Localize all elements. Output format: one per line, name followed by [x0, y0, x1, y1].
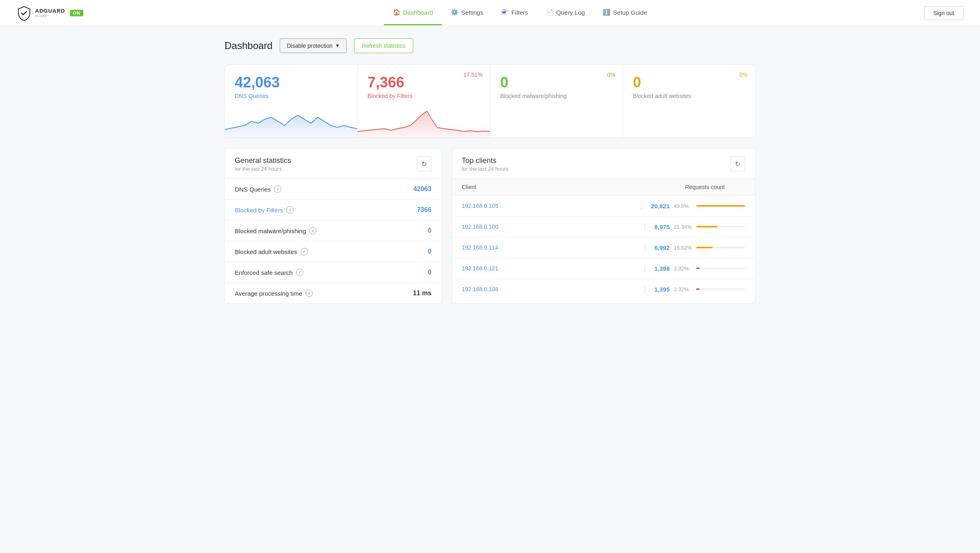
logo-sub: HOME — [35, 14, 65, 18]
top-clients-header: Top clients for the last 24 hours ↻ — [452, 148, 755, 179]
logo: ADGUARD HOME ON — [16, 5, 83, 21]
client-right-0: ⋮ 20,821 49.5% — [636, 201, 745, 210]
nav-settings[interactable]: ⚙️ Settings — [442, 0, 492, 25]
client-row-1: 192.168.0.100 ⋮ 8,975 21.34% — [452, 216, 755, 237]
general-stats-panel: General statistics for the last 24 hours… — [225, 148, 442, 304]
client-bar-0 — [696, 205, 745, 207]
dns-queries-label: DNS Queries — [235, 93, 347, 99]
stat-row-avg-processing-label: Average processing time i — [235, 290, 313, 297]
blocked-adult-percent: 0% — [739, 71, 748, 78]
blocked-malware-label: Blocked malware/phishing — [500, 93, 613, 99]
clients-list: 192.168.0.105 ⋮ 20,821 49.5% 19 — [452, 196, 755, 299]
stat-row-avg-processing-value: 11 ms — [413, 290, 431, 297]
client-menu-2[interactable]: ⋮ — [639, 243, 650, 252]
stat-card-blocked-malware: 0% 0 Blocked malware/phishing — [490, 65, 623, 138]
safe-search-help-icon[interactable]: i — [296, 269, 303, 276]
home-icon: 🏠 — [393, 9, 401, 16]
bottom-row: General statistics for the last 24 hours… — [225, 148, 755, 304]
blocked-filters-help-icon[interactable]: i — [286, 206, 294, 214]
stat-row-blocked-filters-label[interactable]: Blocked by Filters i — [235, 206, 294, 214]
stat-card-dns-queries: 42,063 DNS Queries — [225, 65, 357, 138]
client-right-3: ⋮ 1,398 3.32% — [639, 264, 745, 273]
top-clients-subtitle: for the last 24 hours — [462, 166, 509, 172]
stat-row-avg-processing: Average processing time i 11 ms — [225, 283, 441, 303]
chevron-down-icon: ▼ — [335, 43, 340, 49]
client-count-3: 1,398 — [654, 265, 670, 272]
client-count-4: 1,395 — [654, 286, 670, 293]
nav-dashboard-label: Dashboard — [403, 9, 433, 16]
stat-row-blocked-malware-value: 0 — [428, 227, 432, 234]
on-badge: ON — [70, 10, 83, 16]
client-bar-2 — [696, 247, 745, 248]
client-row-0: 192.168.0.105 ⋮ 20,821 49.5% — [452, 196, 755, 216]
logo-text: ADGUARD HOME — [35, 8, 65, 18]
top-clients-title-area: Top clients for the last 24 hours — [462, 156, 509, 172]
stat-row-blocked-malware-label: Blocked malware/phishing i — [235, 227, 316, 234]
blocked-malware-number: 0 — [500, 74, 613, 91]
client-bar-4 — [696, 288, 745, 290]
client-menu-1[interactable]: ⋮ — [639, 222, 650, 231]
page-title: Dashboard — [225, 40, 272, 51]
client-count-0: 20,821 — [651, 203, 670, 210]
nav-filters-label: Filters — [511, 9, 528, 16]
client-ip-3[interactable]: 192.168.0.121 — [462, 265, 636, 272]
general-stats-refresh-button[interactable]: ↻ — [417, 156, 432, 171]
client-row-2: 192.168.0.114 ⋮ 6,992 16.62% — [452, 237, 755, 258]
info-icon: ℹ️ — [603, 9, 610, 16]
stat-cards-row: 42,063 DNS Queries 17.51% 7,366 — [225, 65, 755, 138]
stat-row-blocked-malware: Blocked malware/phishing i 0 — [225, 221, 441, 241]
blocked-malware-help-icon[interactable]: i — [309, 227, 316, 234]
refresh-statistics-button[interactable]: Refresh statistics — [354, 38, 413, 53]
client-percent-2: 16.62% — [674, 245, 692, 251]
gear-icon: ⚙️ — [451, 9, 459, 16]
dns-queries-help-icon[interactable]: i — [274, 185, 281, 193]
stat-row-blocked-adult-value: 0 — [428, 248, 432, 255]
client-ip-0[interactable]: 192.168.0.105 — [462, 203, 632, 209]
stat-row-blocked-adult-label: Blocked adult websites i — [235, 248, 308, 255]
client-ip-1[interactable]: 192.168.0.100 — [462, 223, 636, 230]
general-stats-subtitle: for the last 24 hours — [235, 166, 291, 172]
nav-dashboard[interactable]: 🏠 Dashboard — [384, 0, 442, 25]
stat-row-blocked-filters-value: 7366 — [417, 206, 432, 214]
client-menu-0[interactable]: ⋮ — [636, 201, 647, 210]
log-icon: 📄 — [546, 9, 554, 16]
stat-row-safe-search: Enforced safe search i 0 — [225, 262, 441, 283]
blocked-adult-help-icon[interactable]: i — [301, 248, 308, 255]
client-ip-4[interactable]: 192.168.0.108 — [462, 286, 636, 292]
stat-row-dns-queries: DNS Queries i 42063 — [225, 179, 441, 200]
blocked-adult-number: 0 — [633, 74, 745, 91]
disable-protection-button[interactable]: Disable protection ▼ — [280, 38, 347, 53]
stat-row-dns-queries-value: 42063 — [413, 185, 432, 193]
stat-row-dns-queries-label: DNS Queries i — [235, 185, 281, 193]
nav-settings-label: Settings — [461, 9, 483, 16]
stat-row-blocked-adult: Blocked adult websites i 0 — [225, 241, 441, 262]
client-menu-4[interactable]: ⋮ — [639, 285, 650, 294]
disable-protection-label: Disable protection — [287, 42, 332, 49]
blocked-filters-label: Blocked by Filters — [368, 93, 480, 99]
client-row-3: 192.168.0.121 ⋮ 1,398 3.32% — [452, 258, 755, 279]
top-clients-panel: Top clients for the last 24 hours ↻ Clie… — [452, 148, 755, 304]
top-clients-refresh-button[interactable]: ↻ — [731, 156, 745, 171]
client-count-2: 6,992 — [654, 244, 670, 251]
blocked-malware-percent: 0% — [607, 71, 615, 78]
client-right-4: ⋮ 1,395 3.32% — [639, 285, 745, 294]
sign-out-button[interactable]: Sign out — [924, 6, 964, 20]
nav-filters[interactable]: ⚗️ Filters — [492, 0, 537, 25]
col-client-header: Client — [462, 184, 685, 190]
stat-card-blocked-adult: 0% 0 Blocked adult websites — [623, 65, 755, 138]
nav-query-log[interactable]: 📄 Query Log — [537, 0, 594, 25]
client-right-1: ⋮ 8,975 21.34% — [639, 222, 745, 231]
blocked-filters-chart — [358, 105, 490, 138]
main-nav: 🏠 Dashboard ⚙️ Settings ⚗️ Filters 📄 Que… — [116, 0, 924, 25]
avg-processing-help-icon[interactable]: i — [305, 290, 313, 297]
client-percent-4: 3.32% — [674, 286, 692, 292]
stat-row-safe-search-value: 0 — [428, 269, 432, 276]
general-stats-title-area: General statistics for the last 24 hours — [235, 156, 291, 172]
client-ip-2[interactable]: 192.168.0.114 — [462, 244, 636, 251]
general-stats-title: General statistics — [235, 156, 291, 165]
nav-setup-guide[interactable]: ℹ️ Setup Guide — [594, 0, 656, 25]
page-header: Dashboard Disable protection ▼ Refresh s… — [225, 38, 755, 53]
dns-queries-number: 42,063 — [235, 74, 347, 91]
client-menu-3[interactable]: ⋮ — [639, 264, 650, 273]
stat-row-safe-search-label: Enforced safe search i — [235, 269, 303, 276]
